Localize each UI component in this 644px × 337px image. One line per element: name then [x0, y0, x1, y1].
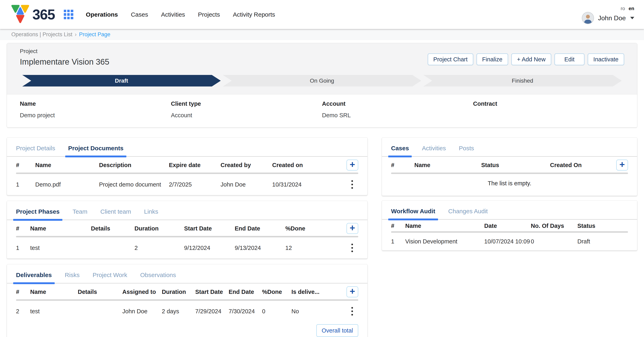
overall-total-button[interactable]: Overall total	[316, 324, 358, 337]
cell-name: Vision Development	[405, 238, 484, 245]
cell-done: 0	[262, 308, 292, 315]
cell-end-date: 9/13/2024	[235, 245, 285, 251]
cell-description: Project demo document	[99, 181, 169, 188]
col-name: Name	[30, 225, 91, 232]
field-account-value: Demo SRL	[322, 112, 473, 119]
breadcrumb-current[interactable]: Project Page	[79, 32, 110, 38]
cell-index: 1	[391, 238, 405, 245]
row-menu-kebab-icon[interactable]	[349, 180, 355, 190]
col-status: Status	[481, 162, 550, 168]
cell-name: test	[30, 308, 78, 315]
tab-client-team[interactable]: Client team	[100, 208, 131, 220]
col-index: #	[391, 162, 414, 168]
col-details: Details	[78, 288, 122, 295]
col-name: Name	[405, 222, 484, 229]
table-divider	[391, 231, 628, 233]
project-phases-card: Project Phases Team Client team Links # …	[7, 201, 368, 258]
nav-item-operations[interactable]: Operations	[86, 11, 118, 18]
breadcrumb-separator: ›	[75, 32, 76, 38]
documents-table-header: # Name Description Expire date Created b…	[16, 157, 358, 172]
tab-observations[interactable]: Observations	[140, 272, 176, 283]
chevron-down-icon[interactable]	[630, 17, 634, 19]
col-details: Details	[91, 225, 134, 232]
field-name-label: Name	[20, 100, 171, 107]
tab-risks[interactable]: Risks	[65, 272, 80, 283]
cell-start-date: 7/29/2024	[195, 308, 229, 315]
avatar-photo	[582, 12, 594, 24]
lang-ro[interactable]: ro	[621, 6, 625, 11]
col-created-by: Created by	[220, 162, 272, 168]
stage-finished[interactable]: Finished	[423, 75, 622, 86]
cell-start-date: 9/12/2024	[184, 245, 235, 251]
nav-item-cases[interactable]: Cases	[131, 11, 148, 18]
tab-activities[interactable]: Activities	[422, 145, 446, 156]
cell-date: 10/07/2024 10:09	[484, 238, 531, 245]
row-menu-kebab-icon[interactable]	[349, 243, 355, 253]
project-chart-button[interactable]: Project Chart	[428, 54, 473, 65]
tab-deliverables[interactable]: Deliverables	[16, 272, 52, 283]
app-launcher-grid-icon[interactable]	[64, 10, 73, 19]
nav-item-activities[interactable]: Activities	[161, 11, 185, 18]
field-contract: Contract	[473, 100, 624, 119]
field-account-label: Account	[322, 100, 473, 107]
tab-cases[interactable]: Cases	[391, 145, 409, 156]
add-case-button[interactable]: +	[616, 160, 628, 170]
tab-project-details[interactable]: Project Details	[16, 145, 55, 156]
audit-tabs: Workflow Audit Changes Audit	[382, 200, 637, 220]
nav-item-activity-reports[interactable]: Activity Reports	[233, 11, 275, 18]
tab-links[interactable]: Links	[144, 208, 158, 220]
user-menu[interactable]: John Doe	[582, 12, 634, 24]
tab-workflow-audit[interactable]: Workflow Audit	[391, 208, 435, 219]
add-document-button[interactable]: +	[346, 160, 358, 170]
stage-on-going[interactable]: On Going	[223, 75, 421, 86]
left-column: Project Details Project Documents # Name…	[7, 137, 368, 337]
phases-table-header: # Name Details Duration Start Date End D…	[16, 220, 358, 236]
field-client-type-label: Client type	[171, 100, 322, 107]
table-row: 1 Demo.pdf Project demo document 2/7/202…	[16, 174, 358, 195]
table-row: 2 test John Doe 2 days 7/29/2024 7/30/20…	[16, 301, 358, 322]
field-contract-value	[473, 112, 624, 119]
cell-index: 1	[16, 181, 35, 188]
page-content: Project Implementare Vision 365 Project …	[0, 40, 644, 337]
lang-en[interactable]: en	[628, 6, 634, 11]
cell-end-date: 7/30/2024	[229, 308, 262, 315]
workflow-audit-card: Workflow Audit Changes Audit # Name Date…	[382, 200, 637, 250]
tab-posts[interactable]: Posts	[459, 145, 474, 156]
app-logo[interactable]: 365	[10, 4, 55, 25]
header-right: ro en John Doe	[582, 5, 634, 24]
brand-number: 365	[32, 6, 55, 23]
col-index: #	[391, 222, 405, 229]
field-name: Name Demo project	[20, 100, 171, 119]
tab-project-phases[interactable]: Project Phases	[16, 208, 60, 220]
cell-index: 1	[16, 245, 30, 251]
breadcrumb: Operations | Projects List › Project Pag…	[0, 29, 644, 40]
project-documents-card: Project Details Project Documents # Name…	[7, 137, 368, 195]
nav-item-projects[interactable]: Projects	[198, 11, 220, 18]
tab-changes-audit[interactable]: Changes Audit	[448, 208, 488, 219]
col-created-on: Created On	[550, 162, 610, 168]
main-nav: Operations Cases Activities Projects Act…	[86, 11, 275, 18]
cases-card: Cases Activities Posts # Name Status Cre…	[382, 137, 637, 196]
stage-draft[interactable]: Draft	[22, 75, 221, 86]
col-index: #	[16, 288, 30, 295]
cell-index: 2	[16, 308, 30, 315]
row-menu-kebab-icon[interactable]	[349, 306, 355, 316]
col-start-date: Start Date	[184, 225, 235, 232]
tab-team[interactable]: Team	[72, 208, 87, 220]
page-title: Implementare Vision 365	[20, 57, 109, 66]
add-new-button[interactable]: + Add New	[511, 54, 551, 65]
finalize-button[interactable]: Finalize	[476, 54, 508, 65]
col-end-date: End Date	[235, 225, 285, 232]
audit-table-header: # Name Date No. Of Days Status	[391, 220, 628, 231]
right-column: Cases Activities Posts # Name Status Cre…	[382, 137, 637, 250]
add-phase-button[interactable]: +	[346, 223, 358, 234]
add-deliverable-button[interactable]: +	[346, 286, 358, 297]
inactivate-button[interactable]: Inactivate	[588, 54, 624, 65]
tab-project-documents[interactable]: Project Documents	[68, 145, 123, 156]
cases-tabs: Cases Activities Posts	[382, 138, 637, 157]
field-client-type-value: Account	[171, 112, 322, 119]
tab-project-work[interactable]: Project Work	[92, 272, 127, 283]
breadcrumb-trail[interactable]: Operations | Projects List	[11, 32, 72, 38]
edit-button[interactable]: Edit	[554, 54, 584, 65]
avatar[interactable]	[582, 12, 594, 24]
